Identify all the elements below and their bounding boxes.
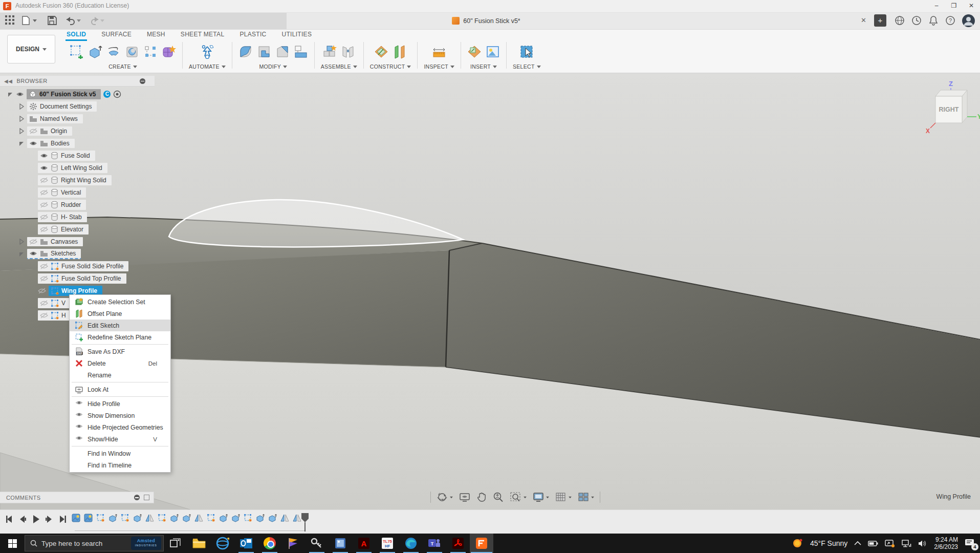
- timeline-sketch-feature[interactable]: [207, 514, 215, 522]
- tray-chevron-icon[interactable]: [854, 541, 861, 546]
- timeline-extrude-feature[interactable]: [108, 514, 117, 522]
- timeline-extrude-feature[interactable]: [182, 514, 191, 522]
- ribbon-group-label[interactable]: SELECT: [513, 63, 541, 70]
- create-sketch-button[interactable]: [70, 45, 84, 59]
- ribbon-tab-surface[interactable]: SURFACE: [100, 29, 133, 41]
- file-menu-icon[interactable]: [21, 15, 37, 26]
- chamfer-button[interactable]: [275, 45, 290, 59]
- visibility-hidden-icon[interactable]: [40, 177, 48, 183]
- browser-row[interactable]: Rudder: [0, 199, 86, 211]
- orbit-tool[interactable]: [434, 491, 455, 504]
- browser-row[interactable]: H- Stab: [0, 211, 87, 223]
- collapsed-arrow-icon[interactable]: [18, 239, 25, 245]
- pattern-button[interactable]: [143, 45, 158, 59]
- taskbar-app-photos-app[interactable]: [329, 534, 352, 553]
- app-grid-icon[interactable]: [5, 15, 14, 25]
- expanded-arrow-icon[interactable]: [18, 140, 25, 146]
- visibility-hidden-icon[interactable]: [40, 214, 48, 220]
- visibility-visible-icon[interactable]: [16, 91, 24, 97]
- look-at-view-tool[interactable]: [457, 491, 472, 504]
- menu-item-look-at[interactable]: Look At: [70, 384, 170, 395]
- ribbon-group-label[interactable]: INSERT: [470, 63, 497, 70]
- menu-item-hide-projected-geometries[interactable]: Hide Projected Geometries: [70, 421, 170, 433]
- user-avatar[interactable]: [962, 14, 975, 27]
- menu-item-edit-sketch[interactable]: Edit Sketch: [70, 320, 170, 331]
- start-button[interactable]: [0, 534, 25, 553]
- midplane-button[interactable]: [393, 45, 407, 59]
- browser-row[interactable]: H: [0, 309, 71, 322]
- dropdown-caret-icon[interactable]: [591, 496, 594, 498]
- browser-row[interactable]: Fuse Solid: [0, 150, 95, 162]
- comments-options-icon[interactable]: [134, 495, 140, 500]
- browser-row[interactable]: Canvases: [0, 236, 83, 248]
- weather-text[interactable]: 45°F Sunny: [810, 539, 847, 547]
- ribbon-group-label[interactable]: CONSTRUCT: [370, 63, 411, 70]
- expanded-arrow-icon[interactable]: [18, 251, 25, 257]
- viewcube-top-face[interactable]: [935, 90, 967, 96]
- menu-item-delete[interactable]: DeleteDel: [70, 357, 170, 369]
- ribbon-group-label[interactable]: CREATE: [108, 63, 137, 70]
- visibility-hidden-icon[interactable]: [40, 275, 48, 282]
- timeline-extrude-feature[interactable]: [170, 514, 179, 522]
- visibility-visible-icon[interactable]: [29, 250, 37, 257]
- browser-row[interactable]: Vertical: [0, 186, 86, 199]
- ribbon-tab-mesh[interactable]: MESH: [146, 29, 166, 41]
- restore-button[interactable]: ❐: [945, 0, 963, 12]
- timeline-mirror-feature[interactable]: [293, 514, 301, 522]
- taskbar-app-edge[interactable]: [399, 534, 423, 553]
- dropdown-caret-icon[interactable]: [524, 496, 527, 498]
- battery-icon[interactable]: [868, 540, 878, 547]
- browser-row[interactable]: V: [0, 297, 71, 309]
- menu-item-show-dimension[interactable]: Show Dimension: [70, 410, 170, 421]
- help-icon[interactable]: ?: [945, 15, 955, 26]
- automate-button[interactable]: [200, 45, 214, 59]
- notifications-icon[interactable]: [928, 15, 939, 26]
- new-component-button[interactable]: [322, 45, 337, 59]
- action-center-icon[interactable]: 4: [965, 539, 975, 548]
- viewcube-side-face[interactable]: [962, 90, 967, 123]
- network-icon[interactable]: [902, 540, 911, 547]
- timeline-sketch-feature[interactable]: [96, 514, 105, 522]
- taskbar-app-chrome[interactable]: [258, 534, 281, 553]
- dropdown-caret-icon[interactable]: [546, 496, 549, 498]
- skip-start-button[interactable]: [4, 514, 14, 524]
- close-button[interactable]: ✕: [963, 0, 980, 12]
- undo-icon[interactable]: [64, 15, 82, 26]
- shell-button[interactable]: [257, 45, 271, 59]
- cloud-status-badge[interactable]: C: [103, 91, 111, 98]
- browser-options-icon[interactable]: [140, 78, 145, 84]
- visibility-visible-icon[interactable]: [40, 165, 48, 171]
- browser-row[interactable]: Right Wing Solid: [0, 174, 112, 186]
- visibility-hidden-icon[interactable]: [29, 128, 37, 134]
- pan-tool[interactable]: [474, 491, 489, 504]
- close-document-icon[interactable]: ✕: [861, 16, 866, 24]
- canvas-button[interactable]: [486, 45, 500, 59]
- visibility-visible-icon[interactable]: [29, 140, 37, 146]
- viewports-tool[interactable]: [576, 491, 596, 504]
- expand-comments-icon[interactable]: [144, 495, 149, 500]
- view-cube[interactable]: Z RIGHT Y X: [924, 78, 980, 138]
- extrude-button[interactable]: [88, 45, 102, 59]
- timeline-canvas-feature[interactable]: [72, 514, 80, 522]
- select-button[interactable]: [519, 45, 534, 59]
- form-button[interactable]: [162, 45, 176, 59]
- ribbon-tab-plastic[interactable]: PLASTIC: [238, 29, 267, 41]
- skip-end-button[interactable]: [57, 514, 68, 524]
- taskbar-app-acrobat[interactable]: [446, 534, 470, 553]
- visibility-visible-icon[interactable]: [40, 153, 48, 159]
- menu-item-create-selection-set[interactable]: Create Selection Set: [70, 296, 170, 308]
- fit-tool[interactable]: [508, 491, 529, 504]
- visibility-hidden-icon[interactable]: [40, 312, 48, 318]
- timeline-mirror-feature[interactable]: [145, 514, 154, 522]
- weather-sun-icon[interactable]: [792, 538, 803, 549]
- ribbon-group-label[interactable]: INSPECT: [424, 63, 454, 70]
- grid-layout-tool[interactable]: [553, 491, 574, 504]
- ribbon-group-label[interactable]: ASSEMBLE: [321, 63, 357, 70]
- browser-row[interactable]: Document Settings: [0, 100, 97, 113]
- play-button[interactable]: [31, 514, 41, 524]
- fillet-button[interactable]: [238, 45, 253, 59]
- offset-plane-button[interactable]: [374, 45, 388, 59]
- web-icon[interactable]: [895, 15, 905, 26]
- comments-panel-header[interactable]: COMMENTS: [0, 492, 154, 503]
- browser-row[interactable]: Left Wing Solid: [0, 162, 107, 174]
